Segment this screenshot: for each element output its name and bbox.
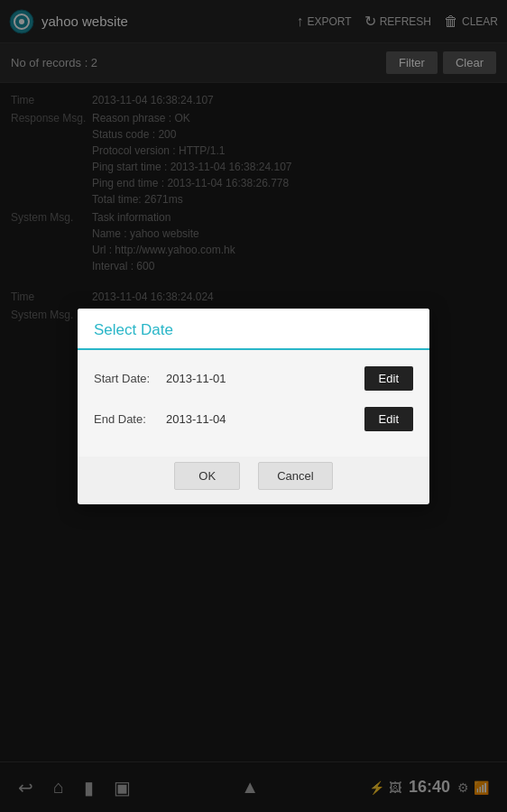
start-date-row: Start Date: 2013-11-01 Edit (94, 366, 413, 391)
start-date-label: Start Date: (94, 372, 166, 385)
modal-body: Start Date: 2013-11-01 Edit End Date: 20… (78, 350, 429, 457)
end-date-row: End Date: 2013-11-04 Edit (94, 407, 413, 431)
ok-button[interactable]: OK (174, 462, 240, 490)
start-date-edit-button[interactable]: Edit (364, 366, 413, 391)
end-date-label: End Date: (94, 412, 166, 426)
cancel-button[interactable]: Cancel (258, 462, 332, 490)
start-date-value: 2013-11-01 (166, 372, 364, 385)
modal-actions: OK Cancel (78, 457, 429, 504)
end-date-value: 2013-11-04 (166, 412, 364, 426)
modal-title: Select Date (78, 309, 429, 350)
end-date-edit-button[interactable]: Edit (364, 407, 413, 431)
modal-overlay: Select Date Start Date: 2013-11-01 Edit … (0, 0, 507, 812)
select-date-modal: Select Date Start Date: 2013-11-01 Edit … (78, 309, 429, 504)
